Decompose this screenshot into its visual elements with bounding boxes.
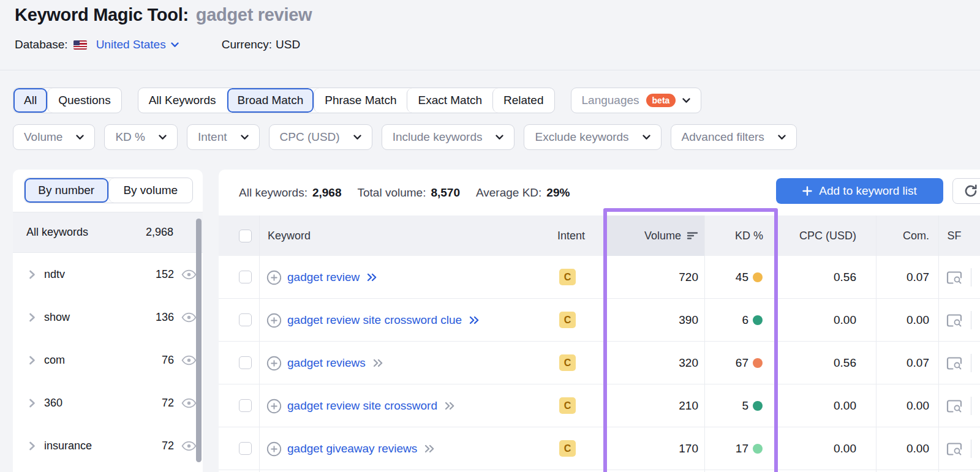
column-header-com[interactable]: Com. [880, 215, 929, 256]
languages-dropdown[interactable]: Languages beta [571, 88, 702, 113]
chevron-right-icon [29, 313, 36, 322]
filter-volume[interactable]: Volume [13, 124, 95, 150]
add-keyword-icon[interactable] [266, 356, 282, 371]
sidebar-all-keywords-row[interactable]: All keywords 2,968 [13, 212, 203, 253]
row-checkbox[interactable] [239, 399, 252, 412]
chevron-right-icon [29, 441, 36, 451]
all-keywords-count: 2,968 [146, 226, 173, 239]
header-divider [0, 70, 980, 70]
column-header-sf[interactable]: SF [941, 215, 967, 256]
keyword-link[interactable]: gadget review site crossword [287, 399, 437, 413]
filter-advanced-filters[interactable]: Advanced filters [671, 124, 797, 150]
sidebar-scrollbar[interactable] [196, 219, 202, 462]
stat-average-kd-label: Average KD: [476, 186, 541, 200]
serp-features-icon[interactable] [946, 313, 962, 328]
cpc-value: 0.00 [770, 427, 856, 470]
keyword-link[interactable]: gadget review [287, 271, 360, 284]
table-header-row: Keyword Intent Volume KD % CPC (USD) Com… [219, 215, 980, 256]
languages-label: Languages [582, 94, 639, 107]
sidebar-group-360[interactable]: 36072 [13, 381, 203, 424]
add-keyword-icon[interactable] [266, 441, 282, 457]
kd-value: 45 [680, 256, 748, 299]
chevron-down-icon [778, 135, 786, 140]
filter-include-keywords[interactable]: Include keywords [382, 124, 515, 150]
filter-cpc-usd[interactable]: CPC (USD) [269, 124, 372, 150]
add-to-keyword-list-button[interactable]: Add to keyword list [776, 178, 943, 204]
serp-features-icon[interactable] [946, 356, 962, 370]
column-header-intent[interactable]: Intent [537, 215, 585, 256]
column-divider [259, 215, 260, 472]
eye-icon[interactable] [181, 441, 197, 451]
cpc-value: 0.00 [770, 299, 856, 342]
keyword-link[interactable]: gadget review site crossword clue [287, 313, 462, 327]
database-value: United States [96, 38, 166, 51]
keyword-cell: gadget reviews [266, 342, 383, 384]
group-count: 72 [162, 397, 174, 410]
tab-broad-match[interactable]: Broad Match [227, 88, 314, 113]
filter-exclude-keywords[interactable]: Exclude keywords [524, 124, 661, 150]
serp-features-icon[interactable] [946, 399, 962, 413]
filter-label: KD % [115, 130, 145, 144]
row-checkbox[interactable] [239, 356, 252, 369]
row-checkbox[interactable] [239, 271, 252, 283]
currency-value: USD [276, 38, 300, 51]
sidebar-group-ndtv[interactable]: ndtv152 [13, 253, 203, 296]
sidebar-group-show[interactable]: show136 [13, 296, 203, 339]
eye-icon[interactable] [181, 312, 197, 323]
tab-all-keywords[interactable]: All Keywords [138, 88, 227, 113]
column-header-volume[interactable]: Volume [606, 215, 704, 256]
kd-difficulty-dot [753, 358, 763, 368]
drilldown-arrows-icon[interactable] [445, 402, 455, 410]
summary-stats-bar: All keywords: 2,968 Total volume: 8,570 … [239, 170, 570, 215]
kd-value: 67 [680, 342, 748, 384]
match-tabs-group: All KeywordsBroad MatchPhrase MatchExact… [138, 88, 555, 113]
intent-badge: C [559, 354, 576, 371]
row-checkbox[interactable] [239, 313, 252, 326]
add-keyword-icon[interactable] [266, 399, 282, 414]
add-keyword-icon[interactable] [266, 270, 282, 285]
group-count: 72 [162, 440, 174, 452]
filter-intent[interactable]: Intent [187, 124, 260, 150]
database-selector[interactable]: United States [68, 38, 179, 51]
select-all-checkbox[interactable] [239, 230, 252, 242]
filter-label: Volume [24, 130, 62, 144]
add-keyword-icon[interactable] [266, 313, 282, 328]
drilldown-arrows-icon[interactable] [424, 444, 435, 453]
keyword-link[interactable]: gadget giveaway reviews [287, 442, 417, 455]
sidebar-group-insurance[interactable]: insurance72 [13, 424, 203, 467]
intent-badge: C [559, 269, 576, 285]
filter-label: CPC (USD) [280, 130, 340, 144]
filter-kd[interactable]: KD % [104, 124, 178, 150]
eye-icon[interactable] [181, 355, 197, 365]
row-checkbox[interactable] [239, 442, 252, 455]
tab-exact-match[interactable]: Exact Match [407, 88, 492, 113]
stat-total-volume-value: 8,570 [431, 186, 460, 200]
tab-all[interactable]: All [13, 88, 47, 113]
eye-icon[interactable] [181, 269, 197, 280]
page-title-text: Keyword Magic Tool: [15, 5, 189, 24]
tab-phrase-match[interactable]: Phrase Match [314, 88, 407, 113]
us-flag-icon [74, 40, 87, 50]
tab-questions[interactable]: Questions [47, 88, 121, 113]
eye-icon[interactable] [181, 398, 197, 408]
intent-badge: C [559, 440, 576, 457]
drilldown-arrows-icon[interactable] [367, 273, 377, 282]
serp-features-icon[interactable] [946, 271, 962, 285]
drilldown-arrows-icon[interactable] [373, 359, 383, 367]
sidebar-group-com[interactable]: com76 [13, 339, 203, 381]
column-header-cpc[interactable]: CPC (USD) [770, 215, 856, 256]
sidebar-toggle-by-number[interactable]: By number [24, 178, 108, 203]
tab-related[interactable]: Related [492, 88, 554, 113]
column-header-kd[interactable]: KD % [704, 215, 763, 256]
chevron-down-icon [682, 98, 690, 103]
keyword-link[interactable]: gadget reviews [287, 356, 366, 370]
com-value: 0.00 [880, 299, 929, 342]
stat-all-keywords: All keywords: 2,968 [239, 186, 341, 200]
sidebar-toggle-by-volume[interactable]: By volume [108, 178, 193, 203]
table-body: gadget reviewC720450.560.07gadget review… [219, 256, 980, 470]
serp-features-icon[interactable] [946, 442, 962, 456]
match-type-tabs-row: AllQuestions All KeywordsBroad MatchPhra… [13, 88, 701, 113]
refresh-button[interactable] [952, 178, 980, 204]
column-header-keyword[interactable]: Keyword [268, 215, 311, 256]
drilldown-arrows-icon[interactable] [469, 316, 480, 324]
